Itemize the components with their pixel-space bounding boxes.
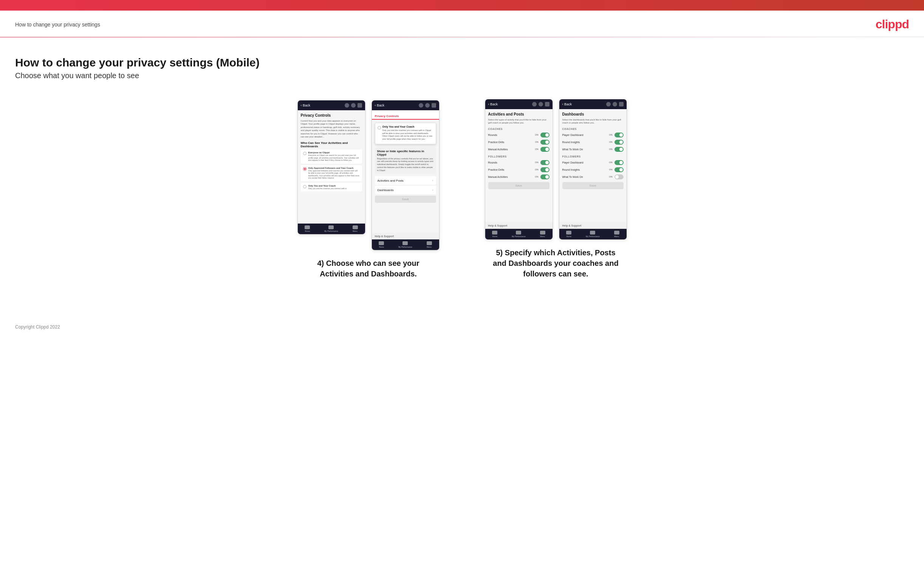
logo: clippd — [876, 18, 909, 31]
option-you-coach[interactable]: Only You and Your Coach Only you and the… — [301, 183, 362, 192]
toggle-coaches-manual[interactable] — [540, 147, 549, 152]
toggle-coaches-rounds[interactable] — [540, 132, 549, 137]
nav-performance-4[interactable]: My Performance — [586, 231, 600, 237]
home-icon-4 — [566, 231, 572, 234]
menu-icon-1[interactable] — [357, 103, 362, 108]
nav-home-3[interactable]: Home — [492, 231, 498, 237]
toggle-followers-manual[interactable] — [540, 174, 549, 179]
screen-2: ‹ Back Privacy Controls — [372, 100, 439, 250]
radio-everyone[interactable] — [303, 152, 307, 155]
profile-icon-4[interactable] — [612, 102, 617, 106]
nav-performance-1[interactable]: My Performance — [324, 226, 338, 232]
screenshot-pair-2: ‹ Back Activities and Posts Select the t… — [485, 99, 627, 240]
profile-icon-3[interactable] — [538, 102, 543, 106]
nav-performance-2[interactable]: My Performance — [398, 241, 412, 248]
search-icon-2[interactable] — [419, 103, 423, 108]
option-you-coach-text: Only You and Your Coach Only you and the… — [309, 185, 347, 190]
screen1-body: Control how you and your data appears to… — [301, 119, 362, 138]
menu-icon-2[interactable] — [431, 103, 436, 108]
screenshots-grid: ‹ Back Privacy Controls Control how you … — [15, 99, 909, 279]
menu-dashboards[interactable]: Dashboards — [375, 186, 436, 194]
screen3-content: Activities and Posts Select the types of… — [485, 109, 552, 222]
screen1-title: Privacy Controls — [301, 113, 362, 118]
followers-heading-4: FOLLOWERS — [562, 155, 624, 158]
back-button-4[interactable]: ‹ Back — [562, 102, 572, 106]
nav-home-1[interactable]: Home — [305, 226, 310, 232]
search-icon-4[interactable] — [606, 102, 611, 106]
profile-icon-2[interactable] — [425, 103, 430, 108]
row-followers-manual: Manual Activities ON — [488, 173, 549, 181]
menu-icon-nav-2 — [426, 241, 432, 245]
row-followers-round-insights: Round Insights ON — [562, 166, 624, 173]
toggle-followers-drills[interactable] — [540, 167, 549, 172]
option-everyone[interactable]: Everyone on Clippd Everyone on Clippd ca… — [301, 150, 362, 163]
caption-group2: 5) Specify which Activities, Posts and D… — [492, 247, 620, 279]
toggle-followers-player-dash[interactable] — [614, 160, 624, 165]
top-bar — [0, 0, 924, 11]
toggle-followers-round-insights[interactable] — [614, 167, 624, 172]
nav-home-4[interactable]: Home — [566, 231, 572, 237]
screen1-content: Privacy Controls Control how you and you… — [298, 110, 365, 224]
coaches-heading-4: COACHES — [562, 127, 624, 130]
popup-only-you: Only You and Your Coach Only you and the… — [375, 123, 436, 144]
back-button-2[interactable]: ‹ Back — [375, 103, 385, 107]
screen-1: ‹ Back Privacy Controls Control how you … — [297, 100, 365, 234]
row-coaches-player-dash: Player Dashboard ON — [562, 131, 624, 139]
toggle-coaches-round-insights[interactable] — [614, 140, 624, 145]
nav-performance-3[interactable]: My Performance — [512, 231, 526, 237]
home-icon-2 — [379, 241, 384, 245]
toggle-coaches-what-to-work[interactable] — [614, 147, 624, 152]
nav-home-2[interactable]: Home — [379, 241, 384, 248]
header-icons-1 — [345, 103, 362, 108]
screen2-content: Only You and Your Coach Only you and the… — [372, 120, 439, 233]
search-icon-1[interactable] — [345, 103, 349, 108]
toggle-coaches-drills[interactable] — [540, 140, 549, 145]
toggle-followers-what-to-work[interactable] — [614, 174, 624, 179]
privacy-tab[interactable]: Privacy Controls — [375, 114, 399, 119]
row-coaches-manual: Manual Activities ON — [488, 146, 549, 153]
menu-icon-3[interactable] — [545, 102, 549, 106]
header-icons-4 — [606, 102, 624, 106]
radio-popup[interactable] — [378, 126, 381, 129]
save-button-3[interactable]: Save — [488, 182, 549, 189]
radio-approved-followers[interactable] — [303, 167, 307, 171]
top-bar-gradient — [0, 0, 924, 11]
nav-menu-3[interactable]: Menu — [540, 231, 545, 237]
coaches-heading-3: COACHES — [488, 127, 549, 130]
back-button-1[interactable]: ‹ Back — [301, 103, 311, 107]
back-button-3[interactable]: ‹ Back — [488, 102, 498, 106]
screenshot-group-2: ‹ Back Activities and Posts Select the t… — [485, 99, 627, 279]
menu-activities-posts[interactable]: Activities and Posts — [375, 176, 436, 185]
toggle-coaches-player-dash[interactable] — [614, 132, 624, 137]
toggle-followers-rounds[interactable] — [540, 160, 549, 165]
screen3-body: Select the types of activity that you'd … — [488, 118, 549, 125]
chevron-activities — [432, 179, 433, 182]
home-icon-3 — [492, 231, 498, 234]
menu-icon-4[interactable] — [619, 102, 624, 106]
header-icons-3 — [532, 102, 549, 106]
row-coaches-drills: Practice Drills ON — [488, 139, 549, 146]
performance-icon-4 — [590, 231, 595, 234]
caption-group1: 4) Choose who can see your Activities an… — [304, 258, 433, 279]
screen4-bottom-nav: Home My Performance Menu — [559, 229, 627, 239]
nav-menu-1[interactable]: Menu — [352, 226, 358, 232]
screen3-bottom-nav: Home My Performance Menu — [485, 229, 552, 239]
option-approved-followers[interactable]: Only Approved Followers and Your Coach O… — [301, 165, 362, 181]
help-support-2: Help & Support — [372, 233, 439, 239]
chevron-dashboards — [432, 188, 433, 192]
screen3-header: ‹ Back — [485, 99, 552, 109]
save-button-2[interactable]: Save — [375, 196, 436, 203]
save-button-4[interactable]: Save — [562, 182, 624, 189]
page-heading: How to change your privacy settings (Mob… — [15, 56, 909, 69]
screen2-header: ‹ Back — [372, 100, 439, 110]
screen4-body: Select the dashboards that you'd like to… — [562, 118, 624, 125]
option-everyone-text: Everyone on Clippd Everyone on Clippd ca… — [309, 152, 360, 162]
screenshot-group-1: ‹ Back Privacy Controls Control how you … — [297, 100, 439, 279]
radio-you-coach[interactable] — [303, 185, 307, 189]
profile-icon-1[interactable] — [351, 103, 355, 108]
search-icon-3[interactable] — [532, 102, 536, 106]
help-support-4: Help & Support — [559, 222, 627, 229]
nav-menu-2[interactable]: Menu — [426, 241, 432, 248]
menu-icon-nav-1 — [352, 226, 358, 229]
nav-menu-4[interactable]: Menu — [614, 231, 619, 237]
